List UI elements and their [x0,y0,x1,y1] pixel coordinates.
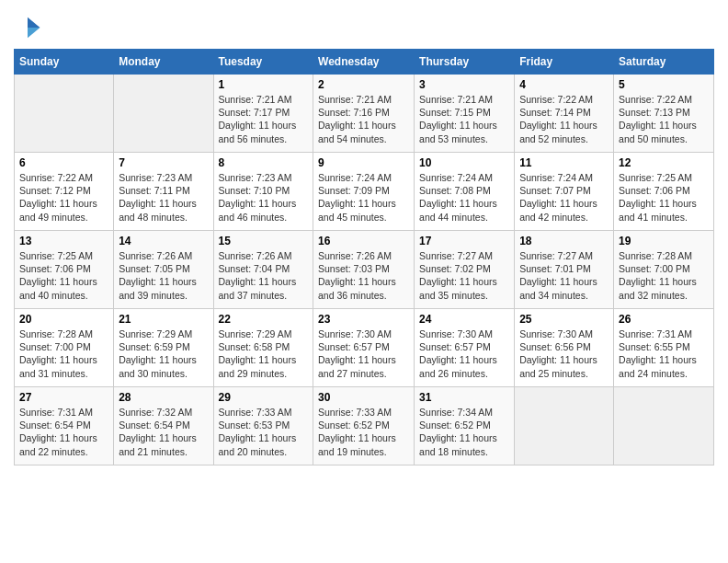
day-number: 7 [119,156,208,169]
calendar-cell: 18Sunrise: 7:27 AM Sunset: 7:01 PM Dayli… [515,231,614,309]
day-info: Sunrise: 7:28 AM Sunset: 7:00 PM Dayligh… [19,327,108,380]
day-info: Sunrise: 7:24 AM Sunset: 7:08 PM Dayligh… [419,171,509,224]
day-info: Sunrise: 7:21 AM Sunset: 7:17 PM Dayligh… [219,93,309,145]
day-info: Sunrise: 7:31 AM Sunset: 6:55 PM Dayligh… [619,327,709,380]
day-number: 28 [119,391,208,404]
calendar-cell: 13Sunrise: 7:25 AM Sunset: 7:06 PM Dayli… [15,231,114,309]
day-info: Sunrise: 7:22 AM Sunset: 7:14 PM Dayligh… [519,93,609,145]
day-number: 2 [318,78,409,91]
calendar-cell: 16Sunrise: 7:26 AM Sunset: 7:03 PM Dayli… [313,231,415,309]
day-number: 11 [519,156,609,169]
column-header-thursday: Thursday [415,50,515,75]
calendar-week-3: 13Sunrise: 7:25 AM Sunset: 7:06 PM Dayli… [15,231,714,309]
day-number: 24 [419,313,509,326]
day-number: 22 [219,313,309,326]
column-header-saturday: Saturday [614,50,714,75]
calendar-cell: 2Sunrise: 7:21 AM Sunset: 7:16 PM Daylig… [313,75,415,153]
day-number: 6 [19,156,108,169]
calendar-cell: 22Sunrise: 7:29 AM Sunset: 6:58 PM Dayli… [213,309,313,387]
page-header [14,9,714,41]
svg-marker-0 [28,17,40,28]
day-number: 18 [519,235,609,247]
calendar-cell: 8Sunrise: 7:23 AM Sunset: 7:10 PM Daylig… [213,153,313,231]
calendar-cell [15,75,114,153]
day-info: Sunrise: 7:27 AM Sunset: 7:01 PM Dayligh… [519,249,609,302]
day-number: 27 [19,391,108,404]
calendar-cell: 24Sunrise: 7:30 AM Sunset: 6:57 PM Dayli… [415,309,515,387]
calendar-table: SundayMondayTuesdayWednesdayThursdayFrid… [14,49,714,465]
day-number: 17 [419,235,509,247]
calendar-week-2: 6Sunrise: 7:22 AM Sunset: 7:12 PM Daylig… [15,153,714,231]
calendar-cell: 20Sunrise: 7:28 AM Sunset: 7:00 PM Dayli… [15,309,114,387]
calendar-cell: 25Sunrise: 7:30 AM Sunset: 6:56 PM Dayli… [515,309,614,387]
day-info: Sunrise: 7:29 AM Sunset: 6:58 PM Dayligh… [219,327,309,380]
day-info: Sunrise: 7:30 AM Sunset: 6:57 PM Dayligh… [419,327,509,380]
calendar-cell: 11Sunrise: 7:24 AM Sunset: 7:07 PM Dayli… [515,153,614,231]
day-info: Sunrise: 7:33 AM Sunset: 6:53 PM Dayligh… [219,406,309,458]
day-info: Sunrise: 7:25 AM Sunset: 7:06 PM Dayligh… [619,171,709,224]
day-info: Sunrise: 7:29 AM Sunset: 6:59 PM Dayligh… [119,327,208,380]
calendar-cell: 28Sunrise: 7:32 AM Sunset: 6:54 PM Dayli… [114,387,213,465]
calendar-cell [515,387,614,465]
day-number: 26 [619,313,709,326]
calendar-week-5: 27Sunrise: 7:31 AM Sunset: 6:54 PM Dayli… [15,387,714,465]
day-info: Sunrise: 7:21 AM Sunset: 7:16 PM Dayligh… [318,93,409,145]
day-info: Sunrise: 7:22 AM Sunset: 7:12 PM Dayligh… [19,171,108,224]
day-number: 1 [219,78,309,91]
calendar-cell: 23Sunrise: 7:30 AM Sunset: 6:57 PM Dayli… [313,309,415,387]
day-number: 8 [219,156,309,169]
calendar-cell: 4Sunrise: 7:22 AM Sunset: 7:14 PM Daylig… [515,75,614,153]
calendar-cell: 26Sunrise: 7:31 AM Sunset: 6:55 PM Dayli… [614,309,714,387]
day-info: Sunrise: 7:26 AM Sunset: 7:03 PM Dayligh… [318,249,409,302]
calendar-cell: 12Sunrise: 7:25 AM Sunset: 7:06 PM Dayli… [614,153,714,231]
calendar-cell [614,387,714,465]
day-info: Sunrise: 7:28 AM Sunset: 7:00 PM Dayligh… [619,249,709,302]
day-number: 3 [419,78,509,91]
calendar-cell: 3Sunrise: 7:21 AM Sunset: 7:15 PM Daylig… [415,75,515,153]
calendar-cell: 31Sunrise: 7:34 AM Sunset: 6:52 PM Dayli… [415,387,515,465]
day-number: 31 [419,391,509,404]
calendar-week-1: 1Sunrise: 7:21 AM Sunset: 7:17 PM Daylig… [15,75,714,153]
svg-marker-1 [28,28,40,38]
day-info: Sunrise: 7:26 AM Sunset: 7:04 PM Dayligh… [219,249,309,302]
day-number: 13 [19,235,108,247]
day-info: Sunrise: 7:30 AM Sunset: 6:57 PM Dayligh… [318,327,409,380]
day-number: 29 [219,391,309,404]
calendar-cell: 14Sunrise: 7:26 AM Sunset: 7:05 PM Dayli… [114,231,213,309]
column-header-sunday: Sunday [15,50,114,75]
day-info: Sunrise: 7:31 AM Sunset: 6:54 PM Dayligh… [19,406,108,458]
calendar-cell: 27Sunrise: 7:31 AM Sunset: 6:54 PM Dayli… [15,387,114,465]
day-number: 20 [19,313,108,326]
day-number: 30 [318,391,409,404]
day-info: Sunrise: 7:23 AM Sunset: 7:11 PM Dayligh… [119,171,208,224]
calendar-cell: 21Sunrise: 7:29 AM Sunset: 6:59 PM Dayli… [114,309,213,387]
calendar-cell: 19Sunrise: 7:28 AM Sunset: 7:00 PM Dayli… [614,231,714,309]
day-number: 9 [318,156,409,169]
day-number: 15 [219,235,309,247]
calendar-cell: 15Sunrise: 7:26 AM Sunset: 7:04 PM Dayli… [213,231,313,309]
calendar-cell: 7Sunrise: 7:23 AM Sunset: 7:11 PM Daylig… [114,153,213,231]
day-info: Sunrise: 7:26 AM Sunset: 7:05 PM Dayligh… [119,249,208,302]
day-info: Sunrise: 7:32 AM Sunset: 6:54 PM Dayligh… [119,406,208,458]
day-number: 14 [119,235,208,247]
day-number: 16 [318,235,409,247]
column-header-tuesday: Tuesday [213,50,313,75]
column-header-friday: Friday [515,50,614,75]
day-number: 19 [619,235,709,247]
calendar-cell [114,75,213,153]
calendar-week-4: 20Sunrise: 7:28 AM Sunset: 7:00 PM Dayli… [15,309,714,387]
day-info: Sunrise: 7:24 AM Sunset: 7:07 PM Dayligh… [519,171,609,224]
calendar-cell: 30Sunrise: 7:33 AM Sunset: 6:52 PM Dayli… [313,387,415,465]
day-number: 5 [619,78,709,91]
day-info: Sunrise: 7:21 AM Sunset: 7:15 PM Dayligh… [419,93,509,145]
day-info: Sunrise: 7:23 AM Sunset: 7:10 PM Dayligh… [219,171,309,224]
day-info: Sunrise: 7:34 AM Sunset: 6:52 PM Dayligh… [419,406,509,458]
day-number: 21 [119,313,208,326]
header-row: SundayMondayTuesdayWednesdayThursdayFrid… [15,50,714,75]
logo [14,14,45,41]
calendar-cell: 17Sunrise: 7:27 AM Sunset: 7:02 PM Dayli… [415,231,515,309]
calendar-cell: 9Sunrise: 7:24 AM Sunset: 7:09 PM Daylig… [313,153,415,231]
day-number: 4 [519,78,609,91]
day-number: 12 [619,156,709,169]
logo-icon [14,14,41,41]
